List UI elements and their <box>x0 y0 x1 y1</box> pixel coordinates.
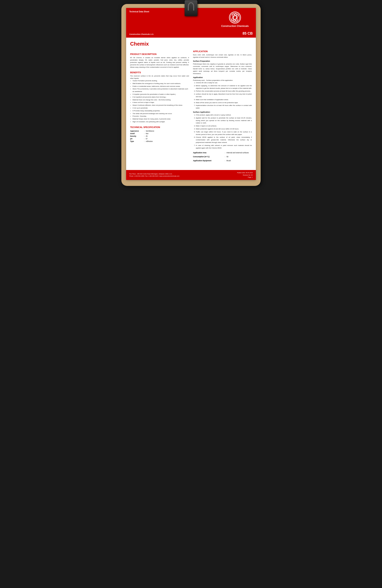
application-intro-text: Nunc enim velit, scelerisque non ornare … <box>193 54 252 59</box>
surface-preparation-heading: Surface Preparation <box>193 60 252 62</box>
right-column: APPLICATION Nunc enim velit, scelerisque… <box>193 50 252 164</box>
spec-row-ph: pH : 57 <box>130 138 189 140</box>
product-description-heading: PRODUCT DESCRIPTION <box>130 53 189 55</box>
list-item: In case of cleaning with solvent or pain… <box>196 144 252 149</box>
company-logo <box>229 12 241 23</box>
footer-meta: Publish Date: 09.04.2018 Revision No: 00… <box>237 172 253 178</box>
list-item: 3 mm up to penetrate. <box>133 107 189 109</box>
list-item: High UV-resistant, non-yellowing with su… <box>133 121 189 123</box>
list-item: Chemix 85 CB is ready for use. <box>196 82 252 84</box>
application-prelim: Preliminary work - Surface preparation o… <box>193 79 252 82</box>
list-item: S Impeller (prevents the penetration of … <box>133 93 189 96</box>
list-item: Stone The (Limestone), it provides extra… <box>133 88 189 93</box>
list-item: Public or residential areas, bathrooms, … <box>133 85 189 88</box>
product-code: 85 CB <box>242 31 253 36</box>
benefits-intro: The reservoir surface in the oil, preven… <box>130 75 189 80</box>
tech-spec-heading: TECHNICAL SPECIFICATION <box>130 126 189 128</box>
application-heading: APPLICATION <box>193 50 252 53</box>
company-sub-name: Construction Chemicals A.S. <box>129 32 154 36</box>
application-subheading: Application <box>193 76 252 78</box>
application-steps-list: Chemix 85 CB is ready for use. Before ap… <box>193 82 252 109</box>
clipboard: Technical Data Sheet Construction Chemic… <box>121 4 261 186</box>
list-item: Chemix 85CB applied to the surface of oi… <box>196 136 252 144</box>
list-item: Traffic can begin within 6-8 hours. If y… <box>196 131 252 136</box>
product-description-text: 85 CB Chemix; It creates an invisible ba… <box>130 57 189 68</box>
company-name-logo: Construction Chemicals <box>221 25 249 27</box>
list-item: Water protection against oil and dirt oc… <box>196 128 252 130</box>
list-item: Steam Continues diffusion, does not prev… <box>133 104 189 107</box>
spec-row-type: Type : Adhesive <box>130 140 189 142</box>
list-item: Make sure that ventilation of applicatio… <box>196 99 252 101</box>
list-item: Before applying, to determine the amount… <box>196 84 252 90</box>
app-detail-equipment: Application Equipment : Brush <box>193 160 252 162</box>
binder-clip <box>184 0 198 16</box>
list-item: Mask off the areas you want to come on t… <box>196 102 252 104</box>
list-item: Applied wait for the product to penetrat… <box>196 117 252 125</box>
list-item: The dollar will prevent breakage and cra… <box>133 112 189 115</box>
surface-steps-list: If the product, apply with a brush or sp… <box>193 114 252 149</box>
surface-preparation-text: Pellentesque libero dui, dapibus et grav… <box>193 63 252 75</box>
list-item: If the product, apply with a brush or sp… <box>196 114 252 116</box>
app-details: Application Area : Internal and external… <box>193 152 252 162</box>
footer-address: Ron Place – 859 303 Centre Road Wilmingt… <box>129 173 180 177</box>
benefits-list: Tuzlan Formation prevents dusting. Wall … <box>130 80 189 123</box>
list-item: Wall Enables the emergence of writing ea… <box>133 83 189 85</box>
document: Technical Data Sheet Construction Chemic… <box>126 8 256 180</box>
app-detail-consumption: Consumption (m² /L) : 50 <box>193 156 252 158</box>
list-item: It Provides Easy cleanability properties… <box>133 110 189 112</box>
list-item: Material Keeps clean for many years, it … <box>133 118 189 120</box>
header-title: Technical Data Sheet <box>129 10 149 13</box>
list-item: Perform the conservation process at leas… <box>196 90 252 93</box>
list-item: Implementation structure for at least 48… <box>196 104 252 109</box>
tech-spec-table: Apperance : Semblance Smell : Not Densit… <box>130 130 189 142</box>
document-footer: Ron Place – 859 303 Centre Road Wilmingt… <box>126 170 256 180</box>
logo-area: Construction Chemicals <box>217 10 253 29</box>
list-item: If oil repellent (oil prevents stains fr… <box>133 96 189 99</box>
spec-row-apperance: Apperance : Semblance <box>130 130 189 132</box>
svg-point-0 <box>230 13 240 22</box>
list-item: Material Does not change the color - the… <box>133 99 189 101</box>
spec-row-density: Density : 25 <box>130 135 189 137</box>
list-item: surface should be dry to apply. Absorben… <box>196 93 252 98</box>
surface-application-heading: Surface Application: <box>193 111 252 113</box>
list-item: Prevents -Yosunlaş. <box>133 115 189 118</box>
app-detail-area: Application Area : Internal and external… <box>193 152 252 154</box>
list-item: It does not form a layer of tape. <box>133 101 189 104</box>
benefits-heading: BENEFITS <box>130 71 189 74</box>
two-column-layout: PRODUCT DESCRIPTION 85 CB Chemix; It cre… <box>130 50 252 164</box>
spec-row-smell: Smell : Not <box>130 133 189 135</box>
left-column: PRODUCT DESCRIPTION 85 CB Chemix; It cre… <box>130 50 189 164</box>
product-title: Chemix <box>130 41 252 47</box>
list-item: Tuzlan Formation prevents dusting. <box>133 80 189 82</box>
document-body: Chemix PRODUCT DESCRIPTION 85 CB Chemix;… <box>126 38 256 167</box>
list-item: Make 2 layers on all surfaces. <box>196 125 252 127</box>
